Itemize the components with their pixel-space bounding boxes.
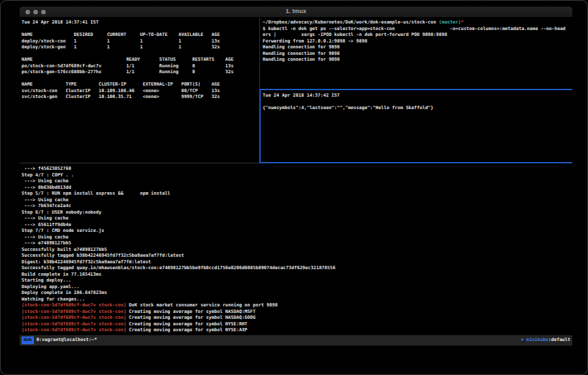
pane-port-forward[interactable]: ~/Dropbox/advocacy/Kubernetes/DoK/work/d… [261, 18, 572, 89]
pod-log-line: [stock-con-5d7df689cf-dwc7v stock-con] C… [22, 315, 572, 321]
pane-curl-response[interactable]: Tue 24 Apr 2018 14:37:42 IST {"numsymbol… [261, 90, 572, 163]
shell-prompt-line: ~/Dropbox/advocacy/Kubernetes/DoK/work/d… [263, 20, 572, 26]
port-forward-output: $ kubectl -n dok get po --selector=app=s… [263, 26, 572, 63]
pod-log-line: [stock-con-5d7df689cf-dwc7v stock-con] C… [22, 327, 572, 334]
terminal-window: 1. tmux Tue 24 Apr 2018 14:37:41 IST NAM… [20, 7, 572, 346]
tmux-status-bar: dok 0:vagrant@localhost:~* ⎈ minikube:de… [20, 335, 572, 346]
pod-log-prefix: [stock-con-5d7df689cf-dwc7v stock-con] [22, 315, 126, 320]
pod-log-message: DoK stock market consumer service runnin… [126, 302, 278, 308]
kube-context-status: ⎈ minikube:default [521, 337, 570, 344]
git-dirty-flag: * [461, 20, 463, 25]
pod-log-line: [stock-con-5d7df689cf-dwc7v stock-con] D… [22, 302, 572, 309]
git-branch-label: (master) [439, 20, 461, 25]
active-pane-border-top[interactable] [261, 89, 572, 90]
pod-log-message: Creating moving average for symbol NASDA… [126, 309, 255, 314]
tmux-terminal: Tue 24 Apr 2018 14:37:41 IST NAME DESIRE… [20, 18, 572, 346]
pod-log-line: [stock-con-5d7df689cf-dwc7v stock-con] C… [22, 309, 572, 316]
prompt-path: ~/Dropbox/advocacy/Kubernetes/DoK/work/d… [263, 20, 439, 25]
pod-log-prefix: [stock-con-5d7df689cf-dwc7v stock-con] [22, 327, 126, 333]
helm-wheel-icon: ⎈ [521, 337, 526, 342]
active-pane-border-bottom[interactable] [261, 162, 572, 163]
pod-log-prefix: [stock-con-5d7df689cf-dwc7v stock-con] [22, 321, 126, 327]
kube-namespace: :default [548, 337, 570, 342]
pod-log-prefix: [stock-con-5d7df689cf-dwc7v stock-con] [22, 309, 126, 314]
kube-context-name: minikube [527, 337, 549, 342]
tmux-window-label[interactable]: 0:vagrant@localhost:~* [37, 337, 97, 344]
active-pane-border-left[interactable] [259, 89, 261, 163]
pod-log-prefix: [stock-con-5d7df689cf-dwc7v stock-con] [22, 302, 126, 308]
pod-log-message: Creating moving average for symbol NYSE:… [126, 321, 247, 327]
screen-background: 1. tmux Tue 24 Apr 2018 14:37:41 IST NAM… [0, 0, 588, 375]
window-title: 1. tmux [20, 8, 572, 14]
window-titlebar: 1. tmux [20, 7, 572, 18]
docker-build-output: ---> f45623052760 Step 4/7 : COPY . . --… [22, 166, 572, 302]
curl-response-output: Tue 24 Apr 2018 14:37:42 IST {"numsymbol… [263, 93, 572, 112]
pane-divider-vertical[interactable] [259, 18, 260, 90]
kubectl-watch-output: Tue 24 Apr 2018 14:37:41 IST NAME DESIRE… [22, 20, 259, 101]
pane-kubectl-watch[interactable]: Tue 24 Apr 2018 14:37:41 IST NAME DESIRE… [20, 18, 259, 162]
pod-log-message: Creating moving average for symbol NASDA… [126, 315, 255, 320]
pane-divider-horizontal[interactable] [20, 163, 259, 163]
pod-log-message: Creating moving average for symbol NYSE:… [126, 327, 247, 333]
pod-log-line: [stock-con-5d7df689cf-dwc7v stock-con] C… [22, 321, 572, 328]
tmux-session-name[interactable]: dok [22, 336, 34, 344]
pane-skaffold-build[interactable]: ---> f45623052760 Step 4/7 : COPY . . --… [20, 163, 572, 335]
